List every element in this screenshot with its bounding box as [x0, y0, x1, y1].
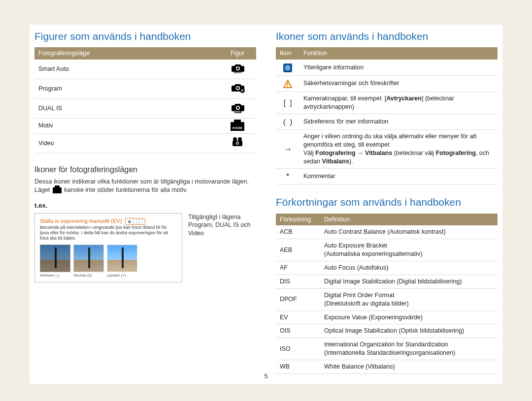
- example-box: Ställa in exponering manuellt (EV) ◉ ⛶ ⛶…: [34, 213, 256, 283]
- figures-col1-header: Fotograferingsläge: [34, 47, 227, 60]
- svg-rect-12: [287, 83, 288, 85]
- abbr-cell: EV: [276, 310, 320, 324]
- mode-icons-body: Dessa ikoner indikerar vilka funktioner …: [34, 178, 256, 194]
- icon-function-cell: Säkerhetsvarningar och föreskrifter: [299, 75, 498, 92]
- figures-table: Fotograferingsläge Figur Smart Auto SMAR…: [34, 47, 256, 153]
- svg-rect-13: [287, 86, 288, 87]
- icons-col2-header: Funktion: [299, 47, 498, 60]
- parens-icon: ( ): [276, 114, 299, 130]
- example-thumbnail: [107, 245, 137, 272]
- abbr-def-cell: Exposure Value (Exponeringsvärde): [320, 310, 498, 324]
- icon-function-cell: Kommentar: [299, 168, 498, 185]
- abbr-def-cell: Digital Print Order Format(Direktutskrif…: [320, 288, 498, 310]
- abbr-def-cell: Optical Image Stabilization (Optisk bild…: [320, 324, 498, 338]
- abbr-heading: Förkortningar som används i handboken: [276, 195, 498, 209]
- svg-point-6: [238, 137, 242, 141]
- abbr-cell: OIS: [276, 324, 320, 338]
- left-column: Figurer som används i handboken Fotograf…: [30, 25, 261, 384]
- abbr-def-cell: International Organization for Standardi…: [320, 338, 498, 360]
- icons-col1-header: Ikon: [276, 47, 299, 60]
- example-thumbnail: [40, 245, 70, 272]
- icon-function-cell: Sidreferens för mer information: [299, 114, 498, 130]
- brackets-icon: [ ]: [276, 92, 299, 114]
- icon-function-cell: Anger i vilken ordning du ska välja alte…: [299, 130, 498, 169]
- warning-triangle-icon: [276, 75, 299, 92]
- camera-smart-icon: SMART: [227, 60, 256, 79]
- mode-icons-subheading: Ikoner för fotograferingslägen: [34, 164, 256, 175]
- example-panel: Ställa in exponering manuellt (EV) ◉ ⛶ ⛶…: [34, 213, 182, 283]
- abbr-cell: ACB: [276, 225, 320, 239]
- camera-p-icon: P: [227, 79, 256, 99]
- arrow-right-icon: →: [276, 130, 299, 169]
- abbr-col1-header: Förkortning: [276, 214, 320, 226]
- example-label: t.ex.: [34, 201, 256, 210]
- abbr-cell: AEB: [276, 239, 320, 261]
- figures-col2-header: Figur: [227, 47, 256, 60]
- svg-point-5: [233, 137, 237, 141]
- manual-page: Figurer som används i handboken Fotograf…: [30, 25, 502, 384]
- asterisk-icon: *: [276, 168, 299, 185]
- figure-mode-cell: Video: [34, 133, 227, 153]
- svg-text:P: P: [241, 89, 244, 93]
- camera-video-icon: [227, 133, 256, 153]
- abbr-def-cell: White Balance (Vitbalans): [320, 360, 498, 374]
- abbr-cell: WB: [276, 360, 320, 374]
- scene-inline-icon: [53, 187, 62, 193]
- example-thumbnail: [73, 245, 104, 272]
- svg-point-9: [236, 142, 238, 144]
- icon-function-cell: Kameraknappar, till exempel: [Avtryckare…: [299, 92, 498, 114]
- example-thumbnails: Mörkare (-) Neutral (0) Ljusare (+): [40, 245, 177, 278]
- right-column: Ikoner som används i handboken Ikon Funk…: [276, 25, 502, 384]
- figure-mode-cell: DUAL IS: [34, 98, 227, 118]
- example-thumbnail-label: Ljusare (+): [107, 273, 137, 278]
- example-caption: Tillgängligt i lägena Program, DUAL IS o…: [188, 213, 256, 238]
- example-panel-title: Ställa in exponering manuellt (EV): [40, 218, 122, 224]
- abbr-cell: DIS: [276, 275, 320, 288]
- abbr-def-cell: Auto Contrast Balance (Automatisk kontra…: [320, 225, 498, 239]
- abbr-def-cell: Digital Image Stabilization (Digital bil…: [320, 275, 498, 288]
- abbr-cell: AF: [276, 261, 320, 275]
- svg-text:DUAL: DUAL: [235, 111, 241, 113]
- svg-text:SMART: SMART: [233, 71, 242, 74]
- example-thumbnail-label: Mörkare (-): [40, 273, 70, 278]
- abbr-def-cell: Auto Exposure Bracket(Automatiska expone…: [320, 239, 498, 261]
- example-panel-desc: Beroende på intensiteten i omgivande lju…: [40, 225, 177, 242]
- figures-heading: Figurer som används i handboken: [34, 30, 256, 43]
- figure-mode-cell: Smart Auto: [34, 60, 227, 79]
- abbr-cell: DPOF: [276, 288, 320, 310]
- abbr-col2-header: Definition: [320, 214, 498, 226]
- camera-scene-icon: SCENE: [227, 118, 256, 133]
- camera-dual-icon: DUAL: [227, 98, 256, 118]
- icons-heading: Ikoner som används i handboken: [276, 30, 498, 43]
- abbr-cell: ISO: [276, 338, 320, 360]
- figure-mode-cell: Motiv: [34, 118, 227, 133]
- icons-table: Ikon Funktion Ytterligare information Sä…: [276, 47, 498, 185]
- example-thumbnail-label: Neutral (0): [73, 273, 104, 278]
- example-panel-mode-icons: ◉ ⛶ ⛶: [125, 218, 145, 225]
- page-number: 5: [30, 372, 502, 381]
- figure-mode-cell: Program: [34, 79, 227, 99]
- abbr-def-cell: Auto Focus (Autofokus): [320, 261, 498, 275]
- icon-function-cell: Ytterligare information: [299, 60, 498, 75]
- info-square-icon: [276, 60, 299, 75]
- abbr-table: Förkortning Definition ACB Auto Contrast…: [276, 214, 498, 374]
